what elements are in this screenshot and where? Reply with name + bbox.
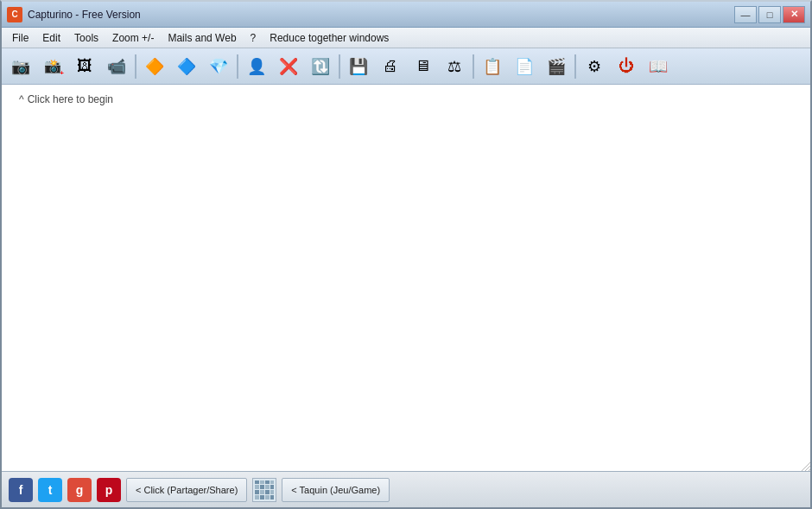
minimize-button[interactable]: — xyxy=(734,6,757,23)
hint-text: Click here to begin xyxy=(28,93,113,105)
title-buttons: — □ ✕ xyxy=(734,6,805,23)
separator-3 xyxy=(339,54,340,79)
btn-screenshot-window[interactable]: 🖼 xyxy=(69,52,100,81)
window-title: Capturino - Free Version xyxy=(28,9,141,21)
separator-1 xyxy=(135,54,136,79)
btn-list2[interactable]: 📄 xyxy=(509,52,540,81)
facebook-icon[interactable]: f xyxy=(9,478,33,502)
toolbar: 📷 📸 + 🖼 📹 🔶 🔷 💎 👤 ❌ 🔃 xyxy=(2,48,810,85)
resize-grip[interactable] xyxy=(798,459,810,471)
google-plus-icon[interactable]: g xyxy=(67,478,92,502)
close-button[interactable]: ✕ xyxy=(783,6,805,23)
btn-refresh[interactable]: 🔃 xyxy=(305,52,336,81)
menu-file[interactable]: File xyxy=(5,30,35,46)
twitter-icon[interactable]: t xyxy=(38,478,62,502)
menu-help[interactable]: ? xyxy=(244,30,263,46)
btn-list1[interactable]: 📋 xyxy=(477,52,508,81)
btn-green-diamond[interactable]: 💎 xyxy=(203,52,234,81)
menu-bar: File Edit Tools Zoom +/- Mails and Web ?… xyxy=(2,28,810,48)
separator-4 xyxy=(473,54,474,79)
click-hint: ^ Click here to begin xyxy=(19,93,113,105)
btn-save[interactable]: 💾 xyxy=(343,52,374,81)
title-bar: C Capturino - Free Version — □ ✕ xyxy=(2,2,810,28)
menu-reduce[interactable]: Reduce together windows xyxy=(263,30,396,46)
separator-5 xyxy=(574,54,576,79)
menu-tools[interactable]: Tools xyxy=(67,30,105,46)
svg-line-2 xyxy=(809,469,810,471)
btn-film[interactable]: 🎬 xyxy=(541,52,572,81)
btn-screenshot-dashed[interactable]: 📸 + xyxy=(37,52,68,81)
pinterest-icon[interactable]: p xyxy=(97,478,121,502)
menu-zoom[interactable]: Zoom +/- xyxy=(105,30,161,46)
btn-power[interactable]: ⏻ xyxy=(611,52,642,81)
btn-orange[interactable]: 🔶 xyxy=(139,52,170,81)
maximize-button[interactable]: □ xyxy=(758,6,781,23)
btn-blue-diamond[interactable]: 🔷 xyxy=(171,52,202,81)
btn-book[interactable]: 📖 xyxy=(643,52,674,81)
hint-arrow: ^ xyxy=(19,93,24,105)
main-window: C Capturino - Free Version — □ ✕ File Ed… xyxy=(0,0,812,509)
separator-2 xyxy=(237,54,238,79)
bottom-bar: f t g p < Click (Partager/Share) xyxy=(2,471,810,507)
menu-mails[interactable]: Mails and Web xyxy=(161,30,243,46)
content-area: ^ Click here to begin xyxy=(2,85,810,471)
btn-screenshot-region[interactable]: 📷 xyxy=(5,52,36,81)
btn-settings[interactable]: ⚙ xyxy=(579,52,610,81)
btn-monitor[interactable]: 🖥 xyxy=(407,52,438,81)
taquin-icon[interactable] xyxy=(252,478,276,502)
menu-edit[interactable]: Edit xyxy=(35,30,67,46)
app-icon: C xyxy=(7,7,22,22)
btn-screenshot-full[interactable]: 📹 xyxy=(101,52,132,81)
share-button[interactable]: < Click (Partager/Share) xyxy=(126,478,247,502)
btn-user[interactable]: 👤 xyxy=(241,52,272,81)
btn-print[interactable]: 🖨 xyxy=(375,52,406,81)
taquin-button[interactable]: < Taquin (Jeu/Game) xyxy=(282,478,390,502)
btn-scales[interactable]: ⚖ xyxy=(439,52,470,81)
title-bar-left: C Capturino - Free Version xyxy=(7,7,141,22)
btn-delete[interactable]: ❌ xyxy=(273,52,304,81)
